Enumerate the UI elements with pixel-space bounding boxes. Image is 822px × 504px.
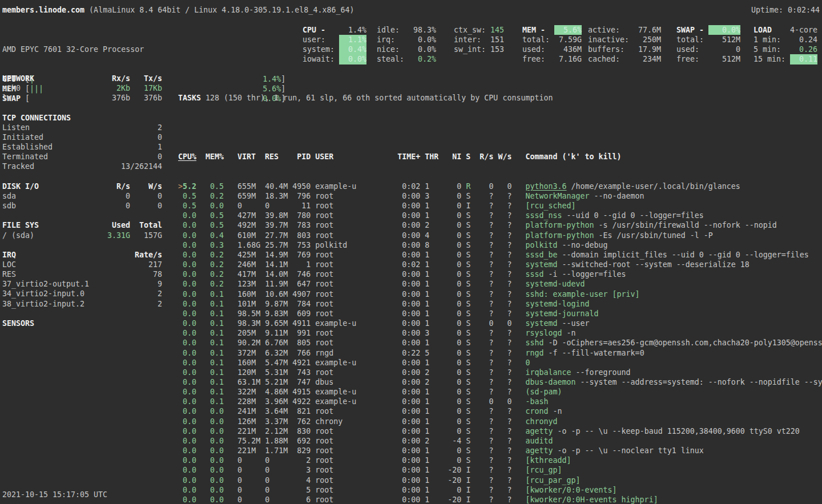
- terminal-screen[interactable]: members.linode.com (AlmaLinux 8.4 64bit …: [0, 0, 822, 504]
- stat-row-total-: total: 7.59G: [522, 35, 582, 45]
- process-cpu-percent: 0.0: [183, 240, 196, 250]
- process-command: [rcu_par_gp]: [525, 475, 580, 485]
- process-command: NetworkManager: [525, 191, 589, 201]
- sidebar-row-name: sda: [2, 191, 98, 201]
- stat-label: sw_int:: [454, 45, 490, 54]
- process-state: R: [466, 182, 470, 191]
- sidebar-block-irq: IRQRate/sLOC217RES7837_virtio2-output.19…: [2, 250, 162, 309]
- process-row-pid-783: 0.0 0.5 492M 39.7M 783 root 0:00 2 0 S ?…: [178, 220, 822, 230]
- process-selection-marker: [178, 368, 183, 377]
- process-io: ? ?: [470, 338, 525, 348]
- process-row-pid-830: 0.0 0.0 221M 2.12M 830 root 0:00 1 0 S ?…: [178, 426, 822, 436]
- sidebar-row-res: RES78: [2, 269, 162, 279]
- process-command-args: --domain implicit_files --uid 0 --gid 0 …: [558, 250, 809, 260]
- sidebar-row-sda: sda00: [2, 191, 162, 201]
- process-details: 228M 3.96M 4922 example-u 0:00 1 0: [224, 397, 466, 406]
- process-state: S: [466, 279, 470, 289]
- stat-row-iowait-: iowait: 0.0%: [303, 54, 366, 64]
- process-details: 0 0 5 root 0:00 1 0: [224, 485, 466, 495]
- process-io: ? ?: [470, 426, 525, 436]
- process-details: 322M 4.86M 4915 example-u 0:00 1 0: [224, 387, 466, 397]
- process-io: ? ?: [470, 260, 525, 269]
- process-state: S: [466, 368, 470, 377]
- process-io: ? ?: [470, 358, 525, 368]
- column-header-cpu-sort: CPU%: [178, 152, 196, 162]
- stat-label: CPU -: [303, 25, 339, 35]
- process-details: 417M 14.0M 746 root 0:00 1 0: [224, 269, 466, 279]
- stat-row-inter-: inter: 151: [454, 35, 504, 45]
- process-io: ? ?: [470, 299, 525, 309]
- stat-label: ctx_sw:: [454, 25, 490, 35]
- stat-label: cached:: [588, 54, 634, 64]
- process-state: S: [466, 250, 470, 260]
- process-mem-percent: 0.0: [196, 485, 224, 495]
- process-state: S: [466, 455, 470, 465]
- stat-label: free:: [522, 54, 554, 64]
- process-selection-marker: [178, 358, 183, 368]
- stat-row-used-: used: 436M: [522, 45, 582, 54]
- sidebar-col1-header: R/s: [98, 182, 130, 191]
- process-command: agetty: [525, 426, 553, 436]
- process-cpu-percent: 0.0: [183, 368, 196, 377]
- stat-label: 5 min:: [754, 45, 790, 54]
- process-io: ? ?: [470, 446, 525, 455]
- process-mem-percent: 0.5: [196, 220, 224, 230]
- stat-label: buffers:: [588, 45, 634, 54]
- process-io: 0 0: [470, 182, 525, 191]
- process-io: ? ?: [470, 269, 525, 279]
- process-row-pid-780: 0.0 0.5 427M 39.8M 780 root 0:00 1 0 S ?…: [178, 211, 822, 220]
- process-details: 205M 9.11M 991 root 0:00 3 0: [224, 328, 466, 338]
- stat-value: 0.2%: [409, 54, 436, 64]
- process-row-pid-746: 0.0 0.2 417M 14.0M 746 root 0:00 1 0 S ?…: [178, 269, 822, 279]
- sidebar-row-value1: 2Kb: [98, 83, 130, 93]
- stat-column-6: LOAD 4-core1 min: 0.245 min: 0.2615 min:…: [754, 25, 817, 64]
- process-io: ? ?: [470, 485, 525, 495]
- sidebar-row-name: Listen: [2, 123, 98, 132]
- sidebar-row-value2: 217: [130, 260, 162, 269]
- sidebar-row-value1: [98, 260, 130, 269]
- stat-value: 250M: [634, 35, 661, 45]
- process-cpu-percent: 0.5: [183, 191, 196, 201]
- process-mem-percent: 0.0: [196, 417, 224, 426]
- sidebar-row-name: sdb: [2, 201, 98, 211]
- process-cpu-percent: 0.0: [183, 387, 196, 397]
- stat-label: inter:: [454, 35, 490, 45]
- process-io: ? ?: [470, 465, 525, 475]
- process-state: S: [466, 417, 470, 426]
- process-state: S: [466, 231, 470, 240]
- process-command: polkitd: [525, 240, 557, 250]
- stat-value: 17.9M: [634, 45, 661, 54]
- stat-row-system-: system: 0.4%: [303, 45, 366, 54]
- process-details: 427M 39.8M 780 root 0:00 1 0: [224, 211, 466, 220]
- process-details: 425M 14.9M 769 root 0:00 1 0: [224, 250, 466, 260]
- process-mem-percent: 0.0: [196, 446, 224, 455]
- process-command: sshd: example-user [priv]: [525, 289, 639, 299]
- process-row-pid-762: 0.0 0.0 126M 3.37M 762 chrony 0:00 1 0 S…: [178, 417, 822, 426]
- process-state: S: [466, 220, 470, 230]
- stat-label: steal:: [377, 54, 409, 64]
- process-mem-percent: 0.0: [196, 495, 224, 504]
- stat-label: total:: [522, 35, 554, 45]
- sidebar-col2-header: W/s: [130, 182, 162, 191]
- stat-value: 0.24: [790, 35, 817, 45]
- process-details: 63.1M 5.21M 747 dbus 0:00 2 0: [224, 377, 466, 387]
- stat-row-swap-: SWAP - 0.0%: [676, 25, 740, 35]
- process-details: 221M 1.71M 829 root 0:00 1 0: [224, 446, 466, 455]
- stat-row-sw-int-: sw_int: 153: [454, 45, 504, 54]
- process-mem-percent: 0.1: [196, 387, 224, 397]
- process-row-pid-766: 0.0 0.1 372M 6.32M 766 rngd 0:22 5 0 S ?…: [178, 348, 822, 358]
- process-selection-marker: [178, 328, 183, 338]
- sidebar-block-title: FILE SYS: [2, 220, 98, 230]
- process-mem-percent: 0.1: [196, 368, 224, 377]
- sidebar-row--sda-: / (sda)3.31G157G: [2, 231, 162, 240]
- process-table-header: CPU% MEM% VIRT RES PID USER TIME+ THR NI…: [178, 152, 822, 162]
- process-details: 75.2M 1.88M 692 root 0:00 2 -4: [224, 436, 466, 446]
- process-command-args: -f --fill-watermark=0: [544, 348, 644, 358]
- sidebar-block-title: IRQ: [2, 250, 98, 260]
- process-state: S: [466, 191, 470, 201]
- process-io: ? ?: [470, 279, 525, 289]
- stat-row-steal-: steal: 0.2%: [377, 54, 436, 64]
- process-selection-marker: [178, 231, 183, 240]
- sidebar-row-name: / (sda): [2, 231, 98, 240]
- column-headers: MEM% VIRT RES PID USER TIME+ THR NI S R/…: [196, 152, 622, 162]
